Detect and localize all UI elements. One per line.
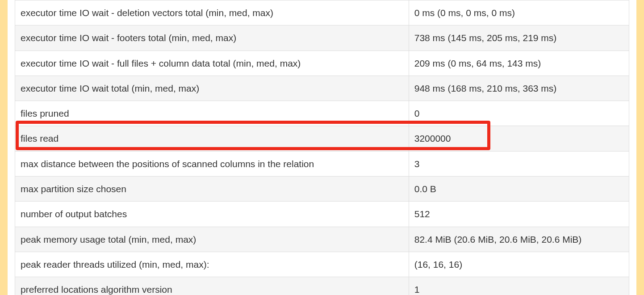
metric-label: executor time IO wait total (min, med, m… [15,76,409,101]
table-row: max partition size chosen 0.0 B [15,177,629,202]
metric-label: files pruned [15,101,409,126]
table-row: number of output batches 512 [15,202,629,227]
table-row: preferred locations algorithm version 1 [15,277,629,295]
metric-label: preferred locations algorithm version [15,277,409,295]
table-row: peak memory usage total (min, med, max) … [15,227,629,252]
metric-value: 512 [409,202,629,227]
metric-value: 82.4 MiB (20.6 MiB, 20.6 MiB, 20.6 MiB) [409,227,629,252]
metric-value: 3200000 [409,126,629,151]
metric-label: executor time IO wait - deletion vectors… [15,0,409,25]
table-row: executor time IO wait - full files + col… [15,51,629,76]
metric-label: executor time IO wait - footers total (m… [15,25,409,51]
metric-value: 0 ms (0 ms, 0 ms, 0 ms) [409,0,629,25]
metric-value: 209 ms (0 ms, 64 ms, 143 ms) [409,51,629,76]
metric-label: number of output batches [15,202,409,227]
metric-value: 948 ms (168 ms, 210 ms, 363 ms) [409,76,629,101]
metric-label: peak memory usage total (min, med, max) [15,227,409,252]
table-row: max distance between the positions of sc… [15,151,629,176]
metric-value: 1 [409,277,629,295]
outer-frame: executor time IO wait - deletion vectors… [0,0,644,295]
metric-label: peak reader threads utilized (min, med, … [15,252,409,277]
metric-value: 3 [409,151,629,176]
table-row: executor time IO wait - footers total (m… [15,25,629,51]
metrics-panel: executor time IO wait - deletion vectors… [8,0,636,295]
metric-label: max distance between the positions of sc… [15,151,409,176]
metric-label: files read [15,126,409,151]
metric-value: (16, 16, 16) [409,252,629,277]
metric-value: 0 [409,101,629,126]
metric-value: 738 ms (145 ms, 205 ms, 219 ms) [409,25,629,51]
table-row: peak reader threads utilized (min, med, … [15,252,629,277]
table-row: executor time IO wait - deletion vectors… [15,0,629,25]
metric-label: max partition size chosen [15,177,409,202]
table-row: executor time IO wait total (min, med, m… [15,76,629,101]
metric-value: 0.0 B [409,177,629,202]
table-row: files read 3200000 [15,126,629,151]
table-row: files pruned 0 [15,101,629,126]
metrics-table: executor time IO wait - deletion vectors… [15,0,629,295]
metric-label: executor time IO wait - full files + col… [15,51,409,76]
